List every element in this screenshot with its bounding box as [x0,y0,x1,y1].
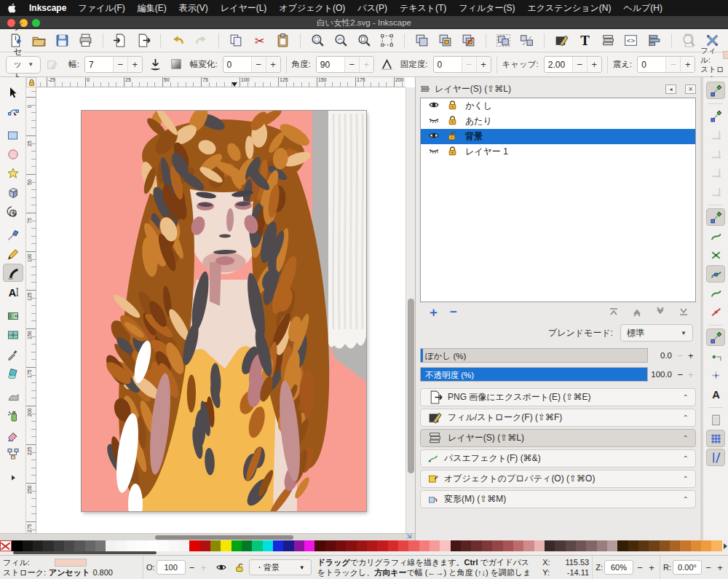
palette-swatch[interactable] [660,540,670,551]
fill-swatch[interactable] [55,559,87,567]
palette-swatch[interactable] [74,540,84,551]
zoom-value[interactable]: 60% [604,560,633,575]
tremor-spinner-decrease[interactable]: − [665,57,680,72]
dialog-bar-transform[interactable]: 変形(M) (⇧⌘M)⌃ [420,490,696,508]
collapse-chevron-icon[interactable]: ⌃ [683,495,689,503]
toolbar-save-icon[interactable] [54,32,71,50]
angle-spinner-decrease[interactable]: − [344,57,359,72]
dock-close-button[interactable]: ✕ [685,84,696,94]
tool-calligraphy[interactable] [3,264,23,282]
toolbar-paste-icon[interactable] [274,32,291,50]
palette-scroll-arrow[interactable] [724,543,727,549]
palette-swatch[interactable] [263,540,273,551]
horizontal-scrollbar[interactable] [0,533,415,540]
raise-layer-button[interactable] [630,306,644,320]
collapse-chevron-icon[interactable]: ⌃ [683,454,689,462]
snap-cusp-nodes-icon[interactable] [706,265,725,283]
snap-grids-icon[interactable] [706,430,725,447]
palette-swatch[interactable] [210,540,221,551]
palette-swatch[interactable] [701,540,711,551]
toolbar-zoom-selection-icon[interactable] [309,32,326,50]
vertical-scrollbar-thumb[interactable] [408,299,414,473]
snap-path-intersections-icon[interactable] [706,246,725,264]
palette-swatch[interactable] [408,540,419,551]
tool-pen[interactable] [3,226,23,244]
snap-nodes-icon[interactable] [706,208,725,226]
opacity-decrease-button[interactable]: − [187,562,197,573]
palette-swatch[interactable] [283,540,293,551]
apple-menu-icon[interactable] [7,3,17,13]
palette-swatch[interactable] [471,540,481,551]
zoom-increase-button[interactable]: + [646,562,657,573]
fill-stroke-indicator[interactable]: フィル: ストローク:アンセット0.800 [0,556,143,579]
toolbar-copy-icon[interactable] [228,32,245,50]
app-menu[interactable]: Inkscape [29,3,66,13]
snap-midpoints-icon[interactable] [706,303,725,320]
tool-pencil[interactable] [3,245,23,263]
width-spinner-increase[interactable]: + [127,57,142,72]
palette-swatch[interactable] [534,540,545,551]
caps-spinner-decrease[interactable]: − [572,57,587,72]
tool-connector[interactable] [3,444,23,462]
toolbar-group-icon[interactable] [495,32,512,50]
toolbar-zoom-page-icon[interactable] [356,32,373,50]
fill-swatch[interactable] [723,51,728,59]
palette-swatch[interactable] [106,540,116,551]
toolbar-print-icon[interactable] [77,32,94,50]
palette-swatch[interactable] [430,540,440,551]
layer-hidden-icon[interactable] [428,145,440,159]
toolbar-clone-icon[interactable] [437,32,454,50]
palette-swatch[interactable] [200,540,210,551]
menu-item-6[interactable]: テキスト(T) [400,2,446,15]
angle-spinner-increase[interactable]: + [359,57,373,72]
palette-swatch[interactable] [691,540,701,551]
tremor-spinner-increase[interactable]: + [680,57,695,72]
palette-swatch[interactable] [95,540,106,551]
slider-increase[interactable]: + [686,350,697,361]
opacity-value[interactable]: 100 [157,560,186,575]
snap-bbox-centers-icon[interactable] [706,183,725,200]
palette-swatch[interactable] [586,540,596,551]
palette-swatch[interactable] [597,540,607,551]
rotation-decrease-button[interactable]: − [703,562,713,573]
rotation-value[interactable]: 0.00° [673,560,702,575]
snap-bbox-corners-icon[interactable] [706,145,725,162]
palette-swatch[interactable] [377,540,387,551]
snap-guides-icon[interactable] [706,449,725,466]
snap-bbox-edge-midpoints-icon[interactable] [706,164,725,181]
toolbar-ungroup-icon[interactable] [518,32,535,50]
menu-item-1[interactable]: 編集(E) [138,2,167,15]
palette-swatch[interactable] [336,540,346,551]
palette-swatch[interactable] [440,540,450,551]
collapse-chevron-icon[interactable]: ⌃ [683,414,689,422]
tool-star[interactable] [3,164,23,182]
palette-swatch[interactable] [346,540,356,551]
palette-swatch[interactable] [242,540,252,551]
pressure-icon[interactable] [148,57,164,73]
collapse-chevron-icon[interactable]: ⌃ [683,475,689,483]
width-spinner-value[interactable]: 7 [85,60,113,70]
palette-swatch[interactable] [158,540,168,551]
collapse-chevron-icon[interactable]: ⌃ [683,434,689,442]
snap-object-centers-icon[interactable] [706,347,725,365]
layer-row[interactable]: かくし [421,98,695,114]
edit-preset-icon[interactable] [46,57,58,73]
palette-swatch[interactable] [357,540,367,551]
menu-item-0[interactable]: ファイル(F) [78,2,124,15]
tool-eraser[interactable] [3,425,23,444]
blend-mode-dropdown[interactable]: 標準 ▼ [620,324,693,342]
layer-row[interactable]: レイヤー 1 [421,144,695,159]
snap-page-border-icon[interactable] [706,411,725,428]
layer-locked-icon[interactable] [447,115,458,128]
palette-swatch[interactable] [127,540,137,551]
layer-row[interactable]: 背景 [421,129,695,144]
palette-swatch[interactable] [670,540,680,551]
palette-swatch-none[interactable] [0,540,12,551]
toolbar-find-icon[interactable] [681,32,697,50]
opacity-increase-button[interactable]: + [199,562,209,573]
palette-swatch[interactable] [189,540,199,551]
vertical-scrollbar[interactable] [405,87,415,533]
toolbar-cut-icon[interactable]: ✂ [251,32,268,50]
menu-item-8[interactable]: エクステンション(N) [528,2,612,15]
palette-swatch[interactable] [523,540,534,551]
